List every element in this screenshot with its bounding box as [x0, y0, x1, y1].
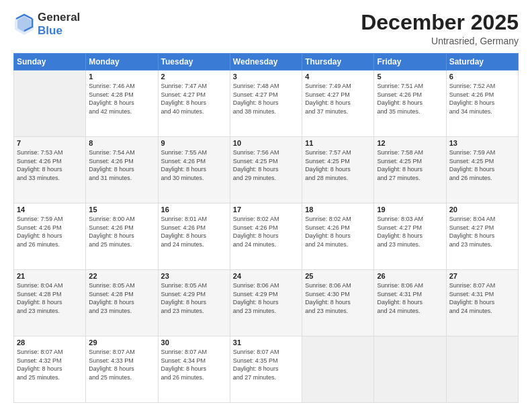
calendar-cell: 7Sunrise: 7:53 AM Sunset: 4:26 PM Daylig… [14, 137, 86, 203]
day-number: 6 [449, 73, 515, 81]
day-info: Sunrise: 8:03 AM Sunset: 4:27 PM Dayligh… [377, 215, 443, 248]
day-info: Sunrise: 8:00 AM Sunset: 4:26 PM Dayligh… [89, 215, 154, 248]
day-info: Sunrise: 7:49 AM Sunset: 4:27 PM Dayligh… [305, 82, 371, 116]
calendar-cell: 23Sunrise: 8:05 AM Sunset: 4:29 PM Dayli… [158, 270, 230, 336]
calendar-cell: 14Sunrise: 7:59 AM Sunset: 4:26 PM Dayli… [14, 203, 86, 270]
day-info: Sunrise: 8:02 AM Sunset: 4:26 PM Dayligh… [233, 215, 299, 248]
calendar-cell: 2Sunrise: 7:47 AM Sunset: 4:27 PM Daylig… [158, 71, 230, 137]
day-number: 1 [89, 73, 154, 81]
day-info: Sunrise: 8:07 AM Sunset: 4:32 PM Dayligh… [17, 348, 83, 381]
calendar-cell [374, 336, 446, 403]
day-number: 10 [233, 139, 299, 147]
day-info: Sunrise: 8:04 AM Sunset: 4:27 PM Dayligh… [449, 215, 515, 248]
calendar-cell: 12Sunrise: 7:58 AM Sunset: 4:25 PM Dayli… [374, 137, 446, 203]
calendar-cell: 1Sunrise: 7:46 AM Sunset: 4:28 PM Daylig… [86, 71, 158, 137]
day-number: 12 [377, 139, 443, 147]
day-info: Sunrise: 8:06 AM Sunset: 4:31 PM Dayligh… [377, 281, 443, 315]
day-number: 22 [89, 272, 154, 280]
day-number: 18 [305, 205, 371, 214]
weekday-header: Thursday [302, 54, 374, 71]
day-info: Sunrise: 8:07 AM Sunset: 4:33 PM Dayligh… [89, 348, 154, 381]
calendar-cell: 5Sunrise: 7:51 AM Sunset: 4:26 PM Daylig… [374, 71, 446, 137]
day-number: 16 [161, 205, 227, 214]
calendar-cell: 10Sunrise: 7:56 AM Sunset: 4:25 PM Dayli… [230, 137, 302, 203]
calendar-week-row: 21Sunrise: 8:04 AM Sunset: 4:28 PM Dayli… [14, 270, 519, 336]
day-info: Sunrise: 8:06 AM Sunset: 4:29 PM Dayligh… [233, 281, 299, 315]
calendar-week-row: 28Sunrise: 8:07 AM Sunset: 4:32 PM Dayli… [14, 336, 519, 403]
calendar-cell: 21Sunrise: 8:04 AM Sunset: 4:28 PM Dayli… [14, 270, 86, 336]
day-info: Sunrise: 7:48 AM Sunset: 4:27 PM Dayligh… [233, 82, 299, 116]
day-info: Sunrise: 7:53 AM Sunset: 4:26 PM Dayligh… [17, 148, 83, 182]
day-number: 11 [305, 139, 371, 147]
weekday-header: Monday [86, 54, 158, 71]
calendar-cell: 29Sunrise: 8:07 AM Sunset: 4:33 PM Dayli… [86, 336, 158, 403]
day-info: Sunrise: 8:05 AM Sunset: 4:28 PM Dayligh… [89, 281, 154, 315]
calendar-cell: 20Sunrise: 8:04 AM Sunset: 4:27 PM Dayli… [446, 203, 518, 270]
page: General Blue December 2025 Untrasried, G… [0, 0, 532, 411]
day-info: Sunrise: 8:02 AM Sunset: 4:26 PM Dayligh… [305, 215, 371, 248]
calendar-cell: 22Sunrise: 8:05 AM Sunset: 4:28 PM Dayli… [86, 270, 158, 336]
weekday-header: Sunday [14, 54, 86, 71]
calendar-cell [446, 336, 518, 403]
day-info: Sunrise: 7:55 AM Sunset: 4:26 PM Dayligh… [161, 148, 227, 182]
weekday-header: Tuesday [158, 54, 230, 71]
calendar-cell: 24Sunrise: 8:06 AM Sunset: 4:29 PM Dayli… [230, 270, 302, 336]
calendar-table: SundayMondayTuesdayWednesdayThursdayFrid… [13, 53, 519, 403]
calendar-cell: 6Sunrise: 7:52 AM Sunset: 4:26 PM Daylig… [446, 71, 518, 137]
calendar-cell: 19Sunrise: 8:03 AM Sunset: 4:27 PM Dayli… [374, 203, 446, 270]
day-number: 19 [377, 205, 443, 214]
month-title: December 2025 [361, 11, 519, 34]
calendar-cell: 30Sunrise: 8:07 AM Sunset: 4:34 PM Dayli… [158, 336, 230, 403]
calendar-cell: 8Sunrise: 7:54 AM Sunset: 4:26 PM Daylig… [86, 137, 158, 203]
calendar-header-row: SundayMondayTuesdayWednesdayThursdayFrid… [14, 54, 519, 71]
day-info: Sunrise: 7:54 AM Sunset: 4:26 PM Dayligh… [89, 148, 154, 182]
calendar-week-row: 1Sunrise: 7:46 AM Sunset: 4:28 PM Daylig… [14, 71, 519, 137]
day-info: Sunrise: 8:06 AM Sunset: 4:30 PM Dayligh… [305, 281, 371, 315]
day-info: Sunrise: 7:52 AM Sunset: 4:26 PM Dayligh… [449, 82, 515, 116]
day-number: 28 [17, 338, 83, 347]
calendar-cell: 16Sunrise: 8:01 AM Sunset: 4:26 PM Dayli… [158, 203, 230, 270]
calendar-cell: 17Sunrise: 8:02 AM Sunset: 4:26 PM Dayli… [230, 203, 302, 270]
day-number: 25 [305, 272, 371, 280]
day-info: Sunrise: 7:51 AM Sunset: 4:26 PM Dayligh… [377, 82, 443, 116]
weekday-header: Friday [374, 54, 446, 71]
calendar-cell: 9Sunrise: 7:55 AM Sunset: 4:26 PM Daylig… [158, 137, 230, 203]
calendar-week-row: 7Sunrise: 7:53 AM Sunset: 4:26 PM Daylig… [14, 137, 519, 203]
calendar-cell: 27Sunrise: 8:07 AM Sunset: 4:31 PM Dayli… [446, 270, 518, 336]
day-number: 21 [17, 272, 83, 280]
day-info: Sunrise: 8:07 AM Sunset: 4:31 PM Dayligh… [449, 281, 515, 315]
logo-general: General [38, 11, 80, 24]
day-info: Sunrise: 7:59 AM Sunset: 4:26 PM Dayligh… [17, 215, 83, 248]
calendar-cell: 18Sunrise: 8:02 AM Sunset: 4:26 PM Dayli… [302, 203, 374, 270]
day-info: Sunrise: 7:59 AM Sunset: 4:25 PM Dayligh… [449, 148, 515, 182]
calendar-cell: 28Sunrise: 8:07 AM Sunset: 4:32 PM Dayli… [14, 336, 86, 403]
day-number: 5 [377, 73, 443, 81]
day-number: 30 [161, 338, 227, 347]
weekday-header: Wednesday [230, 54, 302, 71]
day-number: 2 [161, 73, 227, 81]
calendar-cell: 15Sunrise: 8:00 AM Sunset: 4:26 PM Dayli… [86, 203, 158, 270]
day-number: 31 [233, 338, 299, 347]
day-info: Sunrise: 7:58 AM Sunset: 4:25 PM Dayligh… [377, 148, 443, 182]
calendar-cell: 31Sunrise: 8:07 AM Sunset: 4:35 PM Dayli… [230, 336, 302, 403]
calendar-cell: 3Sunrise: 7:48 AM Sunset: 4:27 PM Daylig… [230, 71, 302, 137]
weekday-header: Saturday [446, 54, 518, 71]
day-info: Sunrise: 8:07 AM Sunset: 4:35 PM Dayligh… [233, 348, 299, 381]
day-number: 4 [305, 73, 371, 81]
calendar-cell: 11Sunrise: 7:57 AM Sunset: 4:25 PM Dayli… [302, 137, 374, 203]
calendar-cell [14, 71, 86, 137]
calendar-cell [302, 336, 374, 403]
calendar-cell: 26Sunrise: 8:06 AM Sunset: 4:31 PM Dayli… [374, 270, 446, 336]
day-number: 3 [233, 73, 299, 81]
day-number: 20 [449, 205, 515, 214]
logo-text: General Blue [38, 11, 80, 38]
day-number: 29 [89, 338, 154, 347]
title-area: December 2025 Untrasried, Germany [361, 11, 519, 46]
day-number: 23 [161, 272, 227, 280]
logo-blue: Blue [38, 24, 62, 37]
day-info: Sunrise: 7:56 AM Sunset: 4:25 PM Dayligh… [233, 148, 299, 182]
day-info: Sunrise: 7:57 AM Sunset: 4:25 PM Dayligh… [305, 148, 371, 182]
logo: General Blue [13, 11, 80, 38]
calendar-cell: 4Sunrise: 7:49 AM Sunset: 4:27 PM Daylig… [302, 71, 374, 137]
day-info: Sunrise: 8:05 AM Sunset: 4:29 PM Dayligh… [161, 281, 227, 315]
